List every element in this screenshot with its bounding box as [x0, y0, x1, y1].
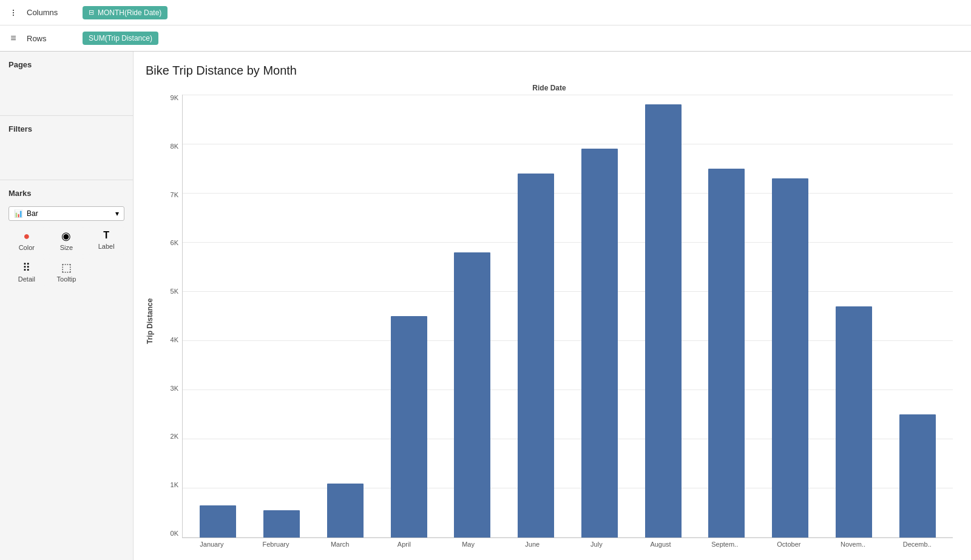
bar-wrapper[interactable] [570, 95, 629, 538]
marks-detail-item[interactable]: ⠿ Detail [8, 258, 45, 286]
rows-icon: ≡ [7, 33, 19, 44]
marks-type-label: Bar [27, 209, 38, 218]
y-tick: 1K [158, 482, 182, 488]
columns-label: Columns [27, 8, 75, 17]
pages-content [8, 74, 124, 110]
x-label: Septem.. [695, 541, 754, 548]
bar [899, 414, 936, 538]
rows-pill-text: SUM(Trip Distance) [89, 34, 152, 42]
bar [454, 252, 490, 538]
x-label: October [759, 541, 819, 548]
columns-shelf: ⫶ Columns ⊟ MONTH(Ride Date) [0, 0, 971, 25]
marks-section: Marks 📊 Bar ▾ ● Color ◉ Size T [0, 180, 133, 295]
y-tick: 7K [158, 192, 182, 198]
detail-label: Detail [18, 275, 35, 283]
main-layout: Pages Filters Marks 📊 Bar ▾ ● Color [0, 52, 971, 560]
marks-title: Marks [8, 189, 124, 198]
x-labels: JanuaryFebruaryMarchAprilMayJuneJulyAugu… [158, 541, 953, 548]
bar-wrapper[interactable] [252, 95, 311, 538]
x-label: Novem.. [824, 541, 883, 548]
chart-bars-area: 0K1K2K3K4K5K6K7K8K9K [158, 95, 953, 538]
bar [645, 104, 682, 538]
bar-chart-icon: 📊 [14, 209, 23, 218]
marks-dropdown-inner: 📊 Bar [14, 209, 38, 218]
bar-wrapper[interactable] [443, 95, 502, 538]
bar [772, 178, 808, 538]
x-label: August [631, 541, 691, 548]
bar [263, 510, 300, 538]
marks-size-item[interactable]: ◉ Size [49, 227, 85, 255]
bar [327, 484, 364, 538]
bar-wrapper[interactable] [634, 95, 692, 538]
color-label: Color [19, 244, 35, 251]
y-tick: 6K [158, 240, 182, 246]
bar [708, 169, 745, 538]
marks-type-dropdown[interactable]: 📊 Bar ▾ [8, 206, 124, 221]
chart-area: Bike Trip Distance by Month Ride Date Tr… [134, 52, 971, 560]
bar-wrapper[interactable] [888, 95, 947, 538]
x-label: March [310, 541, 370, 548]
x-label: January [182, 541, 242, 548]
size-icon: ◉ [61, 231, 71, 241]
bars-and-grid [182, 95, 953, 538]
calendar-icon: ⊟ [89, 8, 94, 16]
bar-wrapper[interactable] [697, 95, 756, 538]
filters-section: Filters [0, 116, 133, 180]
chart-title: Bike Trip Distance by Month [146, 64, 953, 78]
rows-shelf: ≡ Rows SUM(Trip Distance) [0, 25, 971, 51]
pages-title: Pages [8, 60, 124, 69]
rows-pill[interactable]: SUM(Trip Distance) [83, 32, 158, 45]
rows-label: Rows [27, 34, 75, 43]
marks-tooltip-item[interactable]: ⬚ Tooltip [49, 258, 85, 286]
y-tick: 5K [158, 288, 182, 295]
x-axis-title: Ride Date [146, 84, 953, 92]
bar-wrapper[interactable] [316, 95, 375, 538]
x-label: May [439, 541, 498, 548]
detail-icon: ⠿ [22, 262, 30, 273]
x-label: June [502, 541, 562, 548]
x-label: July [567, 541, 626, 548]
marks-label-item[interactable]: T Label [88, 227, 124, 255]
y-tick: 0K [158, 530, 182, 537]
chart-inner: Trip Distance 0K1K2K3K4K5K6K7K8K9K Janua… [146, 95, 953, 548]
label-icon: T [103, 231, 109, 240]
filters-title: Filters [8, 124, 124, 133]
bar-wrapper[interactable] [507, 95, 566, 538]
size-label: Size [60, 244, 73, 251]
bar-wrapper[interactable] [189, 95, 248, 538]
tooltip-label: Tooltip [57, 275, 76, 283]
y-tick: 4K [158, 337, 182, 343]
bar-wrapper[interactable] [761, 95, 820, 538]
chart-container: Ride Date Trip Distance 0K1K2K3K4K5K6K7K… [146, 84, 953, 548]
bar [836, 306, 872, 538]
y-tick: 9K [158, 95, 182, 101]
bar [200, 505, 236, 538]
x-label: February [246, 541, 306, 548]
bar [391, 316, 427, 538]
label-label: Label [98, 243, 115, 250]
chevron-down-icon: ▾ [115, 209, 119, 218]
filters-content [8, 138, 124, 175]
bar [518, 174, 554, 538]
marks-color-item[interactable]: ● Color [8, 227, 45, 255]
bars-container [183, 95, 953, 538]
x-label: April [374, 541, 434, 548]
y-tick: 2K [158, 433, 182, 440]
pages-section: Pages [0, 52, 133, 116]
sidebar: Pages Filters Marks 📊 Bar ▾ ● Color [0, 52, 134, 560]
chart-plot: 0K1K2K3K4K5K6K7K8K9K JanuaryFebruaryMarc… [158, 95, 953, 548]
bar-wrapper[interactable] [379, 95, 438, 538]
tooltip-icon: ⬚ [61, 262, 72, 273]
bar [581, 149, 618, 538]
columns-icon: ⫶ [7, 7, 19, 18]
shelf-area: ⫶ Columns ⊟ MONTH(Ride Date) ≡ Rows SUM(… [0, 0, 971, 52]
columns-pill-text: MONTH(Ride Date) [98, 8, 161, 17]
y-tick: 3K [158, 385, 182, 392]
color-dots-icon: ● [23, 231, 30, 241]
y-ticks: 0K1K2K3K4K5K6K7K8K9K [158, 95, 182, 538]
bar-wrapper[interactable] [825, 95, 884, 538]
marks-grid: ● Color ◉ Size T Label ⠿ Detail ⬚ Tool [8, 227, 124, 286]
y-axis-label: Trip Distance [146, 95, 158, 548]
x-label: Decemb.. [887, 541, 947, 548]
columns-pill[interactable]: ⊟ MONTH(Ride Date) [83, 6, 167, 19]
